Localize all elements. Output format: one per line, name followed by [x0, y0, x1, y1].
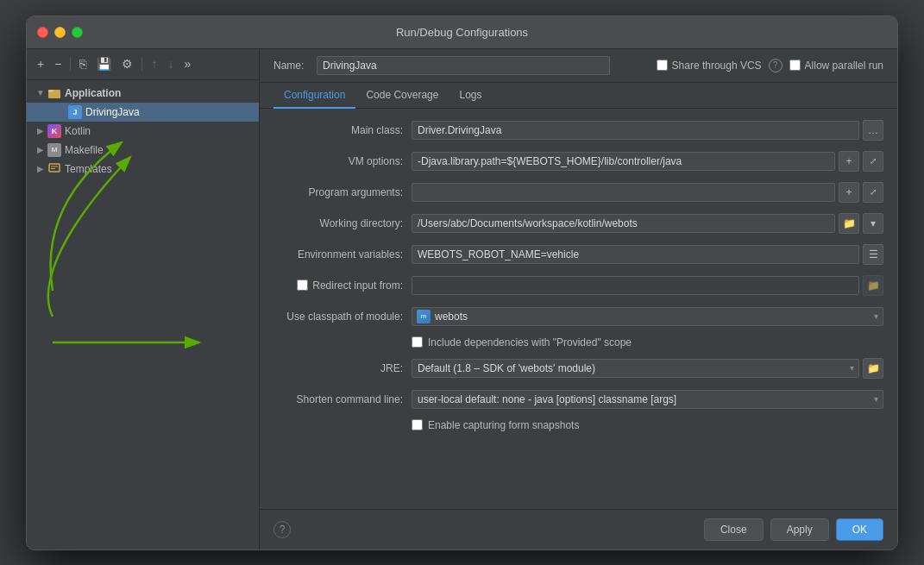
tabs-bar: Configuration Code Coverage Logs — [260, 83, 897, 109]
redirect-input-wrap: 📁 — [412, 275, 883, 296]
vm-options-expand-button[interactable]: + — [839, 151, 859, 172]
tab-code-coverage[interactable]: Code Coverage — [355, 83, 449, 109]
maximize-button[interactable] — [72, 27, 83, 38]
working-dir-browse-button[interactable]: 📁 — [839, 213, 859, 234]
window-title: Run/Debug Configurations — [396, 26, 528, 39]
env-vars-input-wrap: ☰ — [412, 244, 883, 265]
sidebar-item-kotlin[interactable]: ▶ K Kotlin — [27, 122, 259, 141]
name-input[interactable] — [317, 56, 610, 75]
shorten-select[interactable]: user-local default: none - java [options… — [412, 390, 883, 409]
sidebar-item-makefile[interactable]: ▶ M Makefile — [27, 141, 259, 160]
sidebar: + − ⎘ 💾 ⚙ ↑ ↓ » ▼ Application — [27, 49, 260, 549]
add-config-button[interactable]: + — [34, 55, 47, 72]
include-provided-checkbox[interactable] — [412, 336, 423, 348]
sidebar-item-templates[interactable]: ▶ Templates — [27, 160, 259, 179]
main-class-label: Main class: — [273, 124, 412, 136]
apply-button[interactable]: Apply — [770, 518, 829, 541]
capture-label: Enable capturing form snapshots — [428, 419, 579, 431]
expander-kotlin[interactable]: ▶ — [34, 124, 47, 138]
footer-left: ? — [273, 521, 291, 538]
svg-rect-2 — [49, 164, 60, 172]
jre-row: JRE: Default (1.8 – SDK of 'webots' modu… — [273, 357, 883, 380]
jre-select-wrap: Default (1.8 – SDK of 'webots' module) ▾ — [412, 359, 859, 378]
shorten-select-wrap: user-local default: none - java [options… — [412, 390, 883, 409]
shorten-input-wrap: user-local default: none - java [options… — [412, 390, 883, 409]
redirect-label: Redirect input from: — [312, 279, 403, 292]
toolbar-divider — [70, 57, 71, 71]
makefile-icon: M — [47, 143, 61, 157]
env-vars-edit-button[interactable]: ☰ — [863, 244, 883, 265]
include-provided-row: Include dependencies with "Provided" sco… — [412, 336, 883, 348]
shorten-label: Shorten command line: — [273, 393, 412, 405]
working-dir-input[interactable] — [412, 214, 835, 233]
tab-configuration[interactable]: Configuration — [273, 83, 355, 109]
sidebar-tree: ▼ Application ▶ J DrivingJava ▶ — [27, 80, 259, 549]
kotlin-label: Kotlin — [65, 125, 91, 137]
makefile-label: Makefile — [65, 144, 104, 156]
move-up-button[interactable]: ↑ — [148, 55, 160, 72]
capture-checkbox[interactable] — [412, 419, 423, 430]
close-button[interactable] — [37, 27, 48, 38]
titlebar: Run/Debug Configurations — [27, 16, 897, 49]
capture-row: Enable capturing form snapshots — [412, 419, 883, 431]
program-args-input[interactable] — [412, 183, 835, 202]
minimize-button[interactable] — [54, 27, 66, 38]
templates-icon — [47, 162, 61, 176]
working-dir-row: Working directory: 📁 ▾ — [273, 212, 883, 235]
redirect-browse-button[interactable]: 📁 — [863, 275, 883, 296]
main-class-input[interactable] — [412, 121, 859, 140]
jre-browse-button[interactable]: 📁 — [863, 358, 883, 379]
more-options-button[interactable]: » — [180, 55, 194, 72]
program-args-input-wrap: + ⤢ — [412, 182, 883, 203]
app-icon: J — [68, 105, 82, 119]
program-args-edit-button[interactable]: ⤢ — [863, 182, 883, 203]
move-down-button[interactable]: ↓ — [164, 55, 177, 72]
expander-application[interactable]: ▼ — [34, 86, 47, 100]
tab-logs[interactable]: Logs — [449, 83, 492, 109]
main-class-browse-button[interactable]: … — [863, 120, 883, 141]
footer-bar: ? Close Apply OK — [260, 509, 897, 549]
env-vars-input[interactable] — [412, 245, 859, 264]
program-args-expand-button[interactable]: + — [839, 182, 859, 203]
main-content: + − ⎘ 💾 ⚙ ↑ ↓ » ▼ Application — [27, 49, 897, 549]
ok-button[interactable]: OK — [836, 518, 883, 541]
share-vcs-label[interactable]: Share through VCS — [657, 60, 762, 72]
vm-options-input-wrap: + ⤢ — [412, 151, 883, 172]
expander-makefile[interactable]: ▶ — [34, 143, 47, 157]
working-dir-label: Working directory: — [273, 217, 412, 229]
settings-config-button[interactable]: ⚙ — [118, 55, 136, 72]
redirect-checkbox[interactable] — [297, 279, 308, 291]
help-button[interactable]: ? — [273, 521, 291, 538]
share-vcs-checkbox[interactable] — [657, 60, 668, 71]
allow-parallel-checkbox[interactable] — [789, 60, 801, 71]
share-help-icon[interactable]: ? — [769, 59, 783, 72]
sidebar-toolbar: + − ⎘ 💾 ⚙ ↑ ↓ » — [27, 49, 259, 80]
working-dir-input-wrap: 📁 ▾ — [412, 213, 883, 234]
traffic-lights — [37, 27, 83, 38]
save-config-button[interactable]: 💾 — [93, 55, 115, 72]
name-row: Name: Share through VCS ? Allow parallel… — [260, 49, 897, 83]
close-button[interactable]: Close — [704, 518, 764, 541]
expander-templates[interactable]: ▶ — [34, 162, 47, 176]
copy-config-button[interactable]: ⎘ — [76, 55, 90, 72]
classpath-select-wrap: m webots ▾ — [412, 307, 883, 326]
templates-label: Templates — [65, 163, 112, 175]
folder-icon — [47, 86, 61, 100]
redirect-input[interactable] — [412, 276, 859, 295]
sidebar-item-application[interactable]: ▼ Application — [27, 84, 259, 103]
name-label: Name: — [273, 60, 308, 72]
env-vars-label: Environment variables: — [273, 248, 412, 261]
remove-config-button[interactable]: − — [51, 55, 65, 72]
classpath-input-wrap: m webots ▾ — [412, 307, 883, 326]
classpath-select[interactable]: webots — [412, 307, 883, 326]
allow-parallel-label[interactable]: Allow parallel run — [789, 60, 883, 72]
include-provided-label: Include dependencies with "Provided" sco… — [428, 336, 632, 348]
sidebar-item-drivingjava[interactable]: ▶ J DrivingJava — [27, 103, 259, 122]
working-dir-dropdown-button[interactable]: ▾ — [863, 213, 883, 234]
vm-options-edit-button[interactable]: ⤢ — [863, 151, 883, 172]
main-window: Run/Debug Configurations + − ⎘ 💾 ⚙ ↑ ↓ »… — [26, 16, 898, 550]
vm-options-input[interactable] — [412, 152, 835, 171]
jre-select[interactable]: Default (1.8 – SDK of 'webots' module) — [412, 359, 859, 378]
svg-rect-1 — [48, 90, 53, 92]
config-panel: Main class: … VM options: + ⤢ — [260, 109, 897, 509]
